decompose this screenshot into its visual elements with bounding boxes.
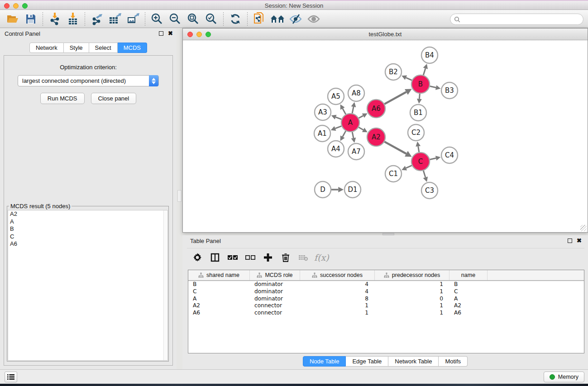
node-label-A: A [348, 119, 353, 127]
show-graphics-details-icon[interactable] [305, 11, 323, 27]
function-builder-icon[interactable]: f(x) [314, 253, 329, 262]
table-row[interactable]: A6connector11A6 [188, 310, 584, 317]
tab-motifs[interactable]: Motifs [439, 356, 468, 367]
import-network-icon[interactable] [46, 11, 64, 27]
task-history-button[interactable] [5, 372, 17, 382]
column-header-shared-name[interactable]: shared name [188, 270, 250, 280]
tab-edge-table[interactable]: Edge Table [346, 356, 388, 367]
float-panel-icon[interactable] [159, 31, 163, 36]
table-panel: Table Panel ✖ [182, 235, 588, 369]
run-mcds-button[interactable]: Run MCDS [40, 93, 85, 104]
result-list-item[interactable]: B [8, 225, 167, 233]
add-column-icon[interactable] [261, 251, 275, 264]
table-cell[interactable]: dominator [250, 288, 300, 295]
close-panel-icon[interactable]: ✖ [168, 30, 173, 36]
table-cell[interactable]: B [449, 281, 488, 288]
table-cell[interactable]: A2 [188, 302, 250, 310]
table-cell[interactable]: 4 [300, 288, 375, 295]
network-window-titlebar[interactable]: testGlobe.txt [183, 29, 588, 40]
tab-network[interactable]: Network [29, 43, 64, 53]
import-table-icon[interactable] [64, 11, 82, 27]
table-cell[interactable]: 4 [300, 281, 375, 288]
result-list-item[interactable]: A [8, 218, 167, 226]
mcds-result-list: A2ABCA6 [8, 210, 168, 361]
export-table-icon[interactable] [106, 11, 124, 27]
export-network-icon[interactable] [88, 11, 106, 27]
result-list-item[interactable]: C [8, 233, 167, 241]
edge-C-C1 [406, 166, 412, 168]
search-input[interactable] [463, 16, 583, 23]
table-cell[interactable]: connector [250, 310, 300, 317]
open-file-icon[interactable] [4, 11, 22, 27]
clone-network-icon[interactable] [250, 11, 268, 27]
table-cell[interactable]: 1 [300, 302, 375, 310]
tab-node-table[interactable]: Node Table [303, 356, 346, 367]
save-session-icon[interactable] [22, 11, 40, 27]
network-graph[interactable]: B4B2BB3A8A5A6A3B1AC2A1A2A4A7C4CC1C3DD1 [183, 41, 588, 233]
close-table-panel-icon[interactable]: ✖ [577, 238, 582, 243]
table-row[interactable]: Cdominator41C [188, 288, 584, 295]
network-canvas[interactable]: B4B2BB3A8A5A6A3B1AC2A1A2A4A7C4CC1C3DD1 [183, 41, 587, 232]
home-panels-icon[interactable] [268, 11, 287, 27]
list-icon [7, 374, 14, 380]
close-panel-button[interactable]: Close panel [91, 93, 137, 104]
table-cell[interactable]: 1 [375, 281, 449, 288]
column-header-MCDS-role[interactable]: MCDS role [250, 270, 300, 280]
mcds-tab-content: Optimization criterion: largest connecte… [4, 55, 173, 366]
resize-grip-icon[interactable] [580, 225, 587, 231]
table-cell[interactable]: 1 [375, 310, 449, 317]
tab-mcds[interactable]: MCDS [118, 43, 147, 53]
column-header-successor-nodes[interactable]: successor nodes [300, 270, 375, 280]
table-cell[interactable]: A [449, 295, 488, 303]
tab-network-table[interactable]: Network Table [388, 356, 439, 367]
column-header-label: shared name [206, 272, 239, 278]
zoom-out-icon[interactable] [166, 11, 184, 27]
table-cell[interactable]: A6 [449, 310, 488, 317]
column-header-name[interactable]: name [449, 270, 488, 280]
table-cell[interactable]: dominator [250, 281, 300, 288]
memory-button[interactable]: Memory [544, 372, 584, 382]
edge-A-A2 [359, 127, 363, 130]
result-scrollbar[interactable] [163, 210, 167, 360]
zoom-in-icon[interactable] [148, 11, 166, 27]
zoom-selected-icon[interactable] [202, 11, 220, 27]
table-cell[interactable]: A [188, 295, 250, 303]
select-all-icon[interactable] [226, 251, 239, 264]
columns-icon[interactable] [208, 251, 222, 264]
criterion-select[interactable]: largest connected component (directed) [18, 75, 159, 86]
export-image-icon[interactable] [124, 11, 142, 27]
zoom-fit-icon[interactable] [184, 11, 202, 27]
edge-arrowhead [351, 138, 356, 143]
hide-details-icon[interactable] [287, 11, 305, 27]
column-header-predecessor-nodes[interactable]: predecessor nodes [375, 270, 449, 280]
table-cell[interactable]: C [188, 288, 250, 295]
table-cell[interactable]: connector [250, 302, 300, 310]
tab-style[interactable]: Style [64, 43, 89, 53]
table-cell[interactable]: C [449, 288, 488, 295]
tab-select[interactable]: Select [89, 43, 118, 53]
table-cell[interactable]: 1 [375, 288, 449, 295]
result-list-item[interactable]: A6 [8, 240, 167, 248]
table-cell[interactable]: B [188, 281, 250, 288]
table-row[interactable]: Bdominator41B [188, 281, 584, 288]
table-cell[interactable]: 0 [375, 295, 449, 303]
table-cell[interactable]: dominator [250, 295, 300, 303]
search-field[interactable] [450, 14, 583, 25]
table-cell[interactable]: A6 [188, 310, 250, 317]
delete-column-icon[interactable] [279, 251, 292, 264]
float-table-panel-icon[interactable] [568, 238, 572, 243]
refresh-layout-icon[interactable] [226, 11, 244, 27]
table-row[interactable]: A2connector11A2 [188, 302, 584, 310]
node-label-A2: A2 [372, 133, 381, 141]
table-cell[interactable]: 8 [300, 295, 375, 303]
vertical-divider-grip[interactable] [177, 190, 182, 202]
table-cell[interactable]: 1 [300, 310, 375, 317]
table-cell[interactable]: 1 [375, 302, 449, 310]
deselect-all-icon[interactable] [244, 251, 257, 264]
gear-icon[interactable] [191, 251, 204, 264]
node-label-C2: C2 [411, 129, 421, 137]
table-cell[interactable]: A2 [449, 302, 488, 310]
delete-table-icon[interactable] [296, 251, 310, 264]
result-list-item[interactable]: A2 [8, 210, 167, 218]
table-row[interactable]: Adominator80A [188, 295, 584, 303]
